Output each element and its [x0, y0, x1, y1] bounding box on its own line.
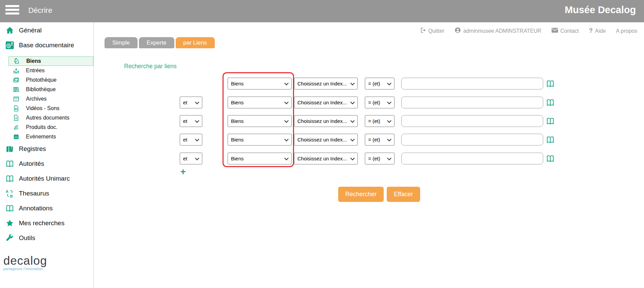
tab-par-liens[interactable]: par Liens	[176, 37, 215, 48]
source-select[interactable]: Biens	[228, 115, 292, 127]
sidebar-item-autorites[interactable]: Autorités	[0, 156, 93, 171]
search-value-input[interactable]	[401, 153, 543, 164]
database-icon	[5, 41, 14, 50]
search-row-2: et Biens Choisissez un Index... = (et)	[0, 97, 644, 108]
tab-simple[interactable]: Simple	[105, 37, 138, 48]
search-value-input[interactable]	[401, 78, 543, 89]
translate-ab-icon: AB	[5, 189, 14, 198]
search-tabs: Simple Experte par Liens	[105, 37, 215, 48]
chess-knight-icon: ♘	[13, 57, 20, 65]
sidebar-item-mes-recherches[interactable]: Mes recherches	[0, 216, 93, 231]
search-row-5: et Biens Choisissez un Index... = (et)	[0, 153, 644, 164]
video-document-icon	[12, 105, 20, 112]
sidebar-item-thesaurus[interactable]: AB Thesaurus	[0, 186, 93, 201]
decalog-logo-text: decalog	[3, 255, 47, 266]
tab-experte[interactable]: Experte	[139, 37, 174, 48]
question-mark-icon: ?	[589, 27, 593, 34]
quitter-link[interactable]: Quitter	[420, 27, 444, 34]
sidebar-item-registres[interactable]: Registres	[0, 141, 93, 156]
lexicon-book-icon[interactable]	[546, 117, 554, 125]
rechercher-button[interactable]: Rechercher	[338, 187, 384, 202]
index-select[interactable]: Choisissez un Index...	[294, 78, 358, 89]
comparator-select[interactable]: = (et)	[365, 78, 394, 89]
search-value-input[interactable]	[401, 134, 543, 146]
comparator-select[interactable]: = (et)	[365, 153, 394, 164]
lexicon-book-icon[interactable]	[546, 99, 554, 106]
inbox-arrow-icon	[12, 67, 20, 74]
comparator-select[interactable]: = (et)	[365, 97, 394, 108]
user-account[interactable]: adminmusee ADMINSTRATEUR	[455, 27, 541, 35]
brand-title: Musée Decalog	[565, 4, 636, 16]
aide-link[interactable]: ? Aide	[589, 27, 606, 34]
lexicon-book-icon[interactable]	[546, 136, 554, 143]
base-documentaire-sublist: ♘ Biens Entrées Photothèque Bibliothèque…	[0, 56, 93, 141]
effacer-button[interactable]: Effacer	[387, 187, 420, 202]
index-select[interactable]: Choisissez un Index...	[294, 97, 358, 108]
fanned-papers-icon	[12, 124, 20, 131]
source-select[interactable]: Biens	[228, 153, 292, 164]
books-icon	[5, 145, 14, 154]
decalog-logo: decalog partageons l'innovation	[3, 255, 47, 271]
logout-icon	[420, 27, 426, 34]
decalog-tagline: partageons l'innovation	[3, 267, 47, 271]
sidebar: Général Base documentaire ♘ Biens Entrée…	[0, 22, 94, 288]
comparator-select[interactable]: = (et)	[365, 134, 394, 146]
sidebar-item-bibliotheque[interactable]: Bibliothèque	[8, 85, 93, 94]
sidebar-item-phototheque[interactable]: Photothèque	[8, 75, 93, 85]
search-row-3: et Biens Choisissez un Index... = (et)	[0, 115, 644, 127]
archive-box-icon	[12, 95, 20, 103]
contact-link[interactable]: Contact	[552, 28, 579, 34]
wrench-icon	[5, 234, 14, 243]
sidebar-item-evenements[interactable]: Evènements	[8, 132, 93, 141]
sidebar-item-outils[interactable]: Outils	[0, 231, 93, 245]
open-book-icon	[5, 174, 14, 183]
index-select[interactable]: Choisissez un Index...	[294, 134, 358, 146]
source-select[interactable]: Biens	[228, 97, 292, 108]
sidebar-item-annotations[interactable]: Annotations	[0, 201, 93, 216]
operator-select[interactable]: et	[180, 134, 202, 146]
apropos-link[interactable]: A propos	[616, 28, 637, 34]
sidebar-item-base-documentaire[interactable]: Base documentaire	[0, 38, 93, 53]
photo-icon	[12, 76, 20, 84]
index-select[interactable]: Choisissez un Index...	[294, 115, 358, 127]
sidebar-item-autres-documents[interactable]: Autres documents	[8, 113, 93, 123]
open-book-icon	[5, 159, 14, 168]
sidebar-item-general[interactable]: Général	[0, 23, 93, 38]
sidebar-item-videos-sons[interactable]: Vidéos - Sons	[8, 104, 93, 113]
sidebar-item-entrees[interactable]: Entrées	[8, 66, 93, 75]
library-books-icon	[12, 86, 20, 93]
home-icon	[5, 26, 14, 35]
user-icon	[455, 27, 461, 35]
lexicon-book-icon[interactable]	[546, 155, 554, 162]
search-value-input[interactable]	[401, 115, 543, 127]
document-icon	[12, 114, 20, 122]
source-select[interactable]: Biens	[228, 78, 292, 89]
operator-select[interactable]: et	[180, 97, 202, 108]
search-value-input[interactable]	[401, 97, 543, 108]
search-row-1: Biens Choisissez un Index... = (et)	[0, 78, 644, 89]
utility-bar: Quitter adminmusee ADMINSTRATEUR Contact…	[420, 27, 637, 35]
search-row-4: et Biens Choisissez un Index... = (et)	[0, 134, 644, 146]
form-actions: Rechercher Effacer	[338, 187, 420, 202]
sidebar-item-biens[interactable]: ♘ Biens	[8, 56, 93, 66]
sidebar-item-autorites-unimarc[interactable]: Autorités Unimarc	[0, 171, 93, 186]
svg-text:B: B	[10, 194, 13, 198]
index-select[interactable]: Choisissez un Index...	[294, 153, 358, 164]
open-book-icon	[5, 204, 14, 213]
menu-hamburger-icon[interactable]	[5, 5, 19, 15]
add-row-button[interactable]: +	[179, 167, 187, 176]
svg-text:A: A	[6, 189, 8, 193]
sidebar-item-produits-doc[interactable]: Produits doc.	[8, 123, 93, 132]
section-title: Recherche par liens	[124, 63, 177, 70]
page-title: Décrire	[28, 6, 52, 15]
comparator-select[interactable]: = (et)	[365, 115, 394, 127]
operator-select[interactable]: et	[180, 153, 202, 164]
envelope-icon	[552, 28, 558, 34]
sidebar-item-archives[interactable]: Archives	[8, 94, 93, 104]
lexicon-book-icon[interactable]	[546, 80, 554, 87]
operator-select[interactable]: et	[180, 115, 202, 127]
star-icon	[5, 219, 14, 228]
calendar-icon	[12, 133, 20, 140]
topbar: Décrire Musée Decalog	[0, 0, 644, 22]
source-select[interactable]: Biens	[228, 134, 292, 146]
